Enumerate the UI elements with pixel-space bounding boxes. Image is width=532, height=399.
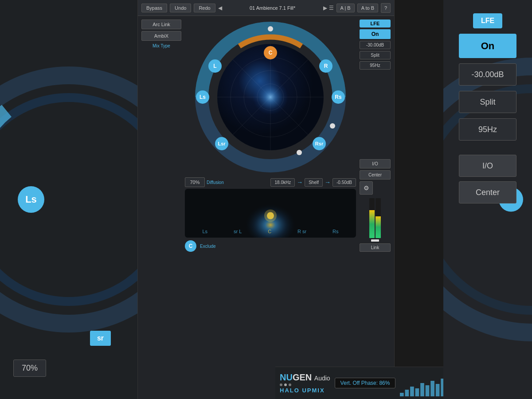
pano-srl: sr L [234, 229, 242, 234]
page-dots-row [280, 383, 330, 386]
preset-name: 01 Ambience 7.1 Fill* [224, 5, 321, 11]
help-button[interactable]: ? [381, 3, 391, 13]
bypass-button[interactable]: Bypass [141, 4, 167, 12]
outer-split-button[interactable]: Split [459, 91, 516, 113]
plugin-window: Bypass Undo Redo ◀ 01 Ambience 7.1 Fill*… [137, 0, 395, 399]
svg-rect-20 [411, 387, 415, 396]
pano-c: C [268, 229, 271, 234]
main-section: C L R Ls Rs Lsr Rsr [185, 20, 356, 252]
pano-rs: Rs [332, 229, 338, 234]
svg-rect-25 [436, 384, 440, 396]
lfe-split-button[interactable]: Split [360, 51, 391, 59]
preset-prev-button[interactable]: ◀ [218, 5, 222, 11]
preset-list-button[interactable]: ☰ [329, 5, 334, 11]
vu-handle[interactable] [371, 239, 379, 242]
vu-fill-right [376, 216, 381, 239]
shelf-type-button[interactable]: Shelf [305, 178, 323, 187]
outer-db-value[interactable]: -30.00dB [459, 63, 516, 86]
svg-point-12 [268, 26, 273, 31]
left-outer-panel: Ls sr 70% [0, 0, 137, 399]
outer-hz-value[interactable]: 95Hz [459, 118, 516, 141]
bottom-right-controls: I/O Center ⚙ Link [360, 159, 391, 252]
vu-bar-right [376, 198, 381, 238]
gen-text: GEN [293, 372, 312, 382]
pano-ls: Ls [202, 229, 207, 234]
gear-button[interactable]: ⚙ [360, 181, 373, 195]
outer-io-button[interactable]: I/O [459, 155, 516, 177]
svg-point-17 [264, 210, 277, 222]
vert-phase-display: Vert. Off Phase: 86% [335, 378, 396, 388]
shelf-arrow2-icon: → [325, 179, 331, 186]
vu-fill-left [369, 210, 375, 238]
vu-area [360, 198, 391, 242]
undo-button[interactable]: Undo [170, 4, 191, 12]
exclude-label: Exclude [200, 244, 216, 249]
lfe-db-button[interactable]: -30.00dB [360, 41, 391, 49]
pano-labels: Ls sr L C R sr Rs [185, 229, 356, 234]
outer-on-button[interactable]: On [459, 34, 516, 58]
panorama-container: Ls sr L C R sr Rs [185, 189, 356, 238]
channel-c-label[interactable]: C [264, 46, 277, 59]
outer-right-buttons: I/O Center [459, 155, 516, 203]
outer-ls-label[interactable]: Ls [18, 186, 44, 213]
lfe-on-button[interactable]: On [360, 29, 391, 39]
lfe-badge[interactable]: LFE [360, 20, 391, 27]
diffusion-value[interactable]: 70% [185, 177, 205, 187]
svg-rect-19 [405, 390, 409, 396]
channel-rs-label[interactable]: Rs [332, 90, 345, 104]
channel-rsr-label[interactable]: Rsr [313, 137, 326, 150]
channel-l-label[interactable]: L [208, 59, 222, 73]
right-panel: LFE On -30.00dB Split 95Hz I/O Center ⚙ [360, 20, 391, 252]
shelf-arrow-icon: → [297, 179, 303, 186]
vu-bar-left [369, 198, 375, 238]
center-button[interactable]: Center [360, 170, 391, 180]
svg-point-14 [297, 150, 302, 155]
product-name: HALO UPMIX [280, 387, 330, 394]
svg-rect-23 [426, 385, 430, 396]
redo-button[interactable]: Redo [194, 4, 215, 12]
pano-rsr: R sr [297, 229, 306, 234]
exclude-badge[interactable]: C [185, 240, 196, 252]
svg-point-11 [253, 79, 288, 115]
dot-3 [289, 383, 291, 386]
shelf-gain-button[interactable]: -0.50dB [332, 178, 356, 187]
preset-nav: ◀ 01 Ambience 7.1 Fill* ▶ ☰ [218, 5, 334, 11]
preset-play-button[interactable]: ▶ [323, 5, 327, 11]
outer-sr-label[interactable]: sr [90, 331, 111, 346]
arc-link-button[interactable]: Arc Link [141, 20, 181, 29]
shelf-freq-button[interactable]: 18.0kHz [270, 178, 295, 187]
dot-2 [284, 383, 287, 386]
shelf-row: 70% Diffusion 18.0kHz → Shelf → -0.50dB [185, 177, 356, 187]
link-button[interactable]: Link [360, 243, 391, 252]
svg-point-13 [330, 123, 335, 129]
ab-button[interactable]: A | B [336, 4, 355, 12]
right-outer-panel: LFE On -30.00dB Split 95Hz Rs I/O Center [443, 0, 532, 399]
a-to-b-button[interactable]: A to B [357, 4, 378, 12]
svg-rect-22 [421, 383, 425, 396]
svg-rect-24 [431, 381, 435, 396]
outer-center-button[interactable]: Center [459, 181, 516, 203]
io-button[interactable]: I/O [360, 159, 391, 168]
channel-ls-label[interactable]: Ls [196, 90, 209, 104]
vu-meters [369, 198, 381, 238]
mix-type-label: Mix Type [141, 43, 181, 48]
plugin-content: Arc Link AmbiX Mix Type [138, 16, 394, 255]
sphere-svg [195, 20, 346, 175]
outer-lfe-badge[interactable]: LFE [473, 13, 502, 28]
channel-lsr-label[interactable]: Lsr [215, 137, 228, 150]
sphere-container: C L R Ls Rs Lsr Rsr [195, 20, 346, 175]
channel-r-label[interactable]: R [319, 59, 332, 73]
outer-diffusion-value[interactable]: 70% [13, 360, 46, 377]
nugen-logo: NUGEN Audio HALO UPMIX [280, 372, 330, 394]
nu-text: NU [280, 372, 293, 382]
top-bar: Bypass Undo Redo ◀ 01 Ambience 7.1 Fill*… [138, 0, 394, 16]
svg-rect-18 [400, 393, 404, 396]
exclude-row: C Exclude [185, 240, 356, 252]
lfe-hz-button[interactable]: 95Hz [360, 61, 391, 70]
audio-text: Audio [314, 375, 330, 382]
left-controls: Arc Link AmbiX Mix Type [141, 20, 181, 252]
diffusion-label: Diffusion [207, 180, 224, 185]
svg-rect-21 [415, 388, 419, 396]
dot-1 [280, 383, 282, 386]
ambix-button[interactable]: AmbiX [141, 31, 181, 41]
